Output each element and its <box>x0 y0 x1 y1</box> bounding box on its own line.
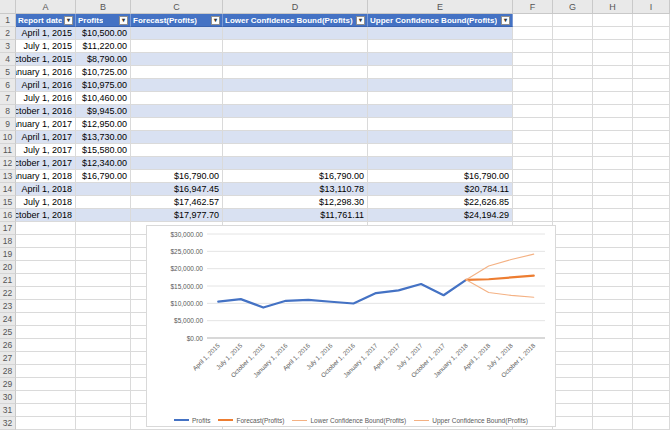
cell-A4[interactable]: October 1, 2015 <box>16 53 76 66</box>
cell-B30[interactable] <box>76 391 131 404</box>
cell-A19[interactable] <box>16 248 76 261</box>
cell-D4[interactable] <box>223 53 368 66</box>
cell-B17[interactable] <box>76 222 131 235</box>
column-header-G[interactable]: G <box>553 0 593 14</box>
cell-I13[interactable] <box>633 170 670 183</box>
cell-D13[interactable]: $16,790.00 <box>223 170 368 183</box>
cell-G18[interactable] <box>553 235 593 248</box>
row-header-27[interactable]: 27 <box>0 352 16 365</box>
cell-I8[interactable] <box>633 105 670 118</box>
cell-C2[interactable] <box>131 27 223 40</box>
forecast-chart[interactable]: $0.00$5,000.00$10,000.00$15,000.00$20,00… <box>146 225 556 427</box>
filter-dropdown-icon[interactable]: ▾ <box>356 16 365 25</box>
cell-A6[interactable]: April 1, 2016 <box>16 79 76 92</box>
row-header-16[interactable]: 16 <box>0 209 16 222</box>
cell-C6[interactable] <box>131 79 223 92</box>
cell-G7[interactable] <box>553 92 593 105</box>
cell-G27[interactable] <box>553 352 593 365</box>
cell-A24[interactable] <box>16 313 76 326</box>
cell-A18[interactable] <box>16 235 76 248</box>
cell-C8[interactable] <box>131 105 223 118</box>
cell-D15[interactable]: $12,298.30 <box>223 196 368 209</box>
cell-I18[interactable] <box>633 235 670 248</box>
cell-A1[interactable]: Report date▾ <box>16 14 76 27</box>
cell-I20[interactable] <box>633 261 670 274</box>
cell-A17[interactable] <box>16 222 76 235</box>
cell-B1[interactable]: Profits▾ <box>76 14 131 27</box>
cell-B27[interactable] <box>76 352 131 365</box>
cell-G32[interactable] <box>553 417 593 430</box>
cell-I1[interactable] <box>633 14 670 27</box>
cell-H14[interactable] <box>593 183 633 196</box>
cell-A22[interactable] <box>16 287 76 300</box>
row-header-23[interactable]: 23 <box>0 300 16 313</box>
cell-I28[interactable] <box>633 365 670 378</box>
cell-D3[interactable] <box>223 40 368 53</box>
row-header-2[interactable]: 2 <box>0 27 16 40</box>
row-header-14[interactable]: 14 <box>0 183 16 196</box>
row-header-1[interactable]: 1 <box>0 14 16 27</box>
cell-F2[interactable] <box>513 27 553 40</box>
cell-G31[interactable] <box>553 404 593 417</box>
cell-A25[interactable] <box>16 326 76 339</box>
cell-C10[interactable] <box>131 131 223 144</box>
cell-G13[interactable] <box>553 170 593 183</box>
cell-B18[interactable] <box>76 235 131 248</box>
cell-H16[interactable] <box>593 209 633 222</box>
cell-H20[interactable] <box>593 261 633 274</box>
cell-I2[interactable] <box>633 27 670 40</box>
cell-B28[interactable] <box>76 365 131 378</box>
row-header-32[interactable]: 32 <box>0 417 16 430</box>
cell-B22[interactable] <box>76 287 131 300</box>
cell-H9[interactable] <box>593 118 633 131</box>
cell-D9[interactable] <box>223 118 368 131</box>
column-header-H[interactable]: H <box>593 0 633 14</box>
column-header-B[interactable]: B <box>76 0 131 14</box>
cell-I3[interactable] <box>633 40 670 53</box>
cell-I14[interactable] <box>633 183 670 196</box>
cell-C3[interactable] <box>131 40 223 53</box>
cell-D1[interactable]: Lower Confidence Bound(Profits)▾ <box>223 14 368 27</box>
cell-E3[interactable] <box>368 40 513 53</box>
cell-B25[interactable] <box>76 326 131 339</box>
cell-H12[interactable] <box>593 157 633 170</box>
row-header-13[interactable]: 13 <box>0 170 16 183</box>
cell-F4[interactable] <box>513 53 553 66</box>
cell-B31[interactable] <box>76 404 131 417</box>
cell-B26[interactable] <box>76 339 131 352</box>
cell-A20[interactable] <box>16 261 76 274</box>
cell-G3[interactable] <box>553 40 593 53</box>
filter-dropdown-icon[interactable]: ▾ <box>211 16 220 25</box>
cell-B19[interactable] <box>76 248 131 261</box>
cell-H18[interactable] <box>593 235 633 248</box>
cell-H22[interactable] <box>593 287 633 300</box>
row-header-26[interactable]: 26 <box>0 339 16 352</box>
cell-E14[interactable]: $20,784.11 <box>368 183 513 196</box>
cell-H6[interactable] <box>593 79 633 92</box>
cell-E4[interactable] <box>368 53 513 66</box>
cell-A3[interactable]: July 1, 2015 <box>16 40 76 53</box>
cell-I10[interactable] <box>633 131 670 144</box>
cell-I22[interactable] <box>633 287 670 300</box>
row-header-30[interactable]: 30 <box>0 391 16 404</box>
cell-I25[interactable] <box>633 326 670 339</box>
cell-H28[interactable] <box>593 365 633 378</box>
cell-G11[interactable] <box>553 144 593 157</box>
cell-D2[interactable] <box>223 27 368 40</box>
chart-legend[interactable]: ProfitsForecast(Profits)Lower Confidence… <box>147 410 555 430</box>
cell-I4[interactable] <box>633 53 670 66</box>
cell-F7[interactable] <box>513 92 553 105</box>
select-all-corner[interactable] <box>0 0 16 14</box>
cell-D11[interactable] <box>223 144 368 157</box>
row-header-28[interactable]: 28 <box>0 365 16 378</box>
cell-A13[interactable]: January 1, 2018 <box>16 170 76 183</box>
cell-G25[interactable] <box>553 326 593 339</box>
cell-A9[interactable]: January 1, 2017 <box>16 118 76 131</box>
cell-E6[interactable] <box>368 79 513 92</box>
cell-E12[interactable] <box>368 157 513 170</box>
cell-H1[interactable] <box>593 14 633 27</box>
filter-dropdown-icon[interactable]: ▾ <box>119 16 128 25</box>
cell-A16[interactable]: October 1, 2018 <box>16 209 76 222</box>
cell-D16[interactable]: $11,761.11 <box>223 209 368 222</box>
row-header-6[interactable]: 6 <box>0 79 16 92</box>
